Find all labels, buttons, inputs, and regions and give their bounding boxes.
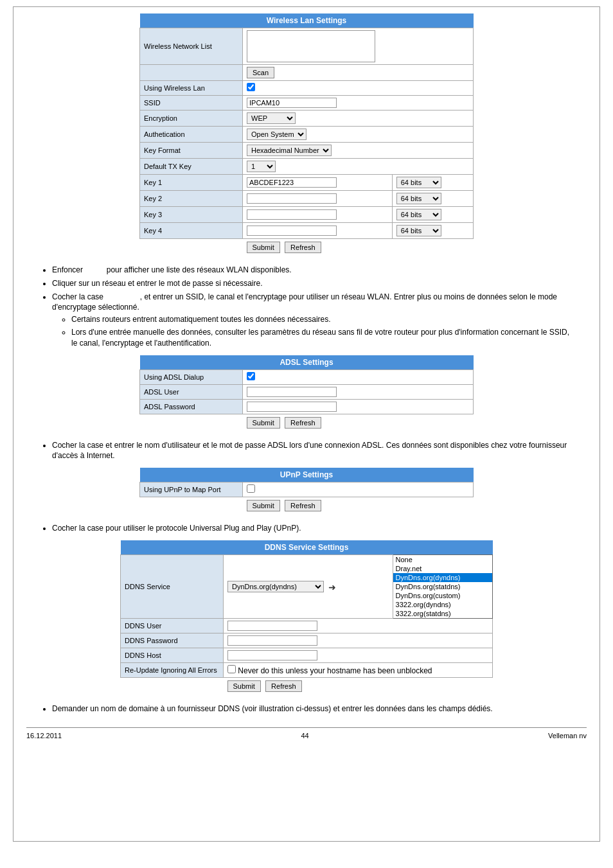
scan-spacer (140, 65, 243, 81)
adsl-button-spacer (140, 414, 243, 431)
wireless-settings-section: Wireless Lan Settings Wireless Network L… (26, 13, 587, 256)
adsl-refresh-button[interactable]: Refresh (285, 417, 321, 429)
adsl-using-value (243, 369, 474, 384)
ddns-user-input[interactable] (227, 621, 317, 631)
adsl-password-value (243, 399, 474, 414)
adsl-user-label: ADSL User (140, 384, 243, 399)
ddns-settings-table: DDNS Service Settings DDNS Service DynDn… (120, 540, 493, 695)
adsl-submit-button[interactable]: Submit (247, 417, 280, 429)
ddns-user-value (224, 618, 493, 633)
adsl-using-checkbox[interactable] (247, 372, 255, 380)
wireless-refresh-button[interactable]: Refresh (285, 242, 321, 253)
default-tx-key-select[interactable]: 1 2 3 4 (247, 161, 276, 172)
adsl-using-label: Using ADSL Dialup (140, 369, 243, 384)
ddns-dropdown-popup: None Dray.net DynDns.org(dyndns) DynDns.… (393, 554, 492, 618)
ddns-refresh-button[interactable]: Refresh (265, 680, 302, 692)
wireless-sub-bullet-2: Lors d'une entrée manuelle des données, … (71, 327, 574, 349)
upnp-using-label: Using UPnP to Map Port (140, 483, 243, 497)
ddns-option-dray[interactable]: Dray.net (393, 564, 492, 573)
adsl-settings-table: ADSL Settings Using ADSL Dialup ADSL Use… (139, 355, 474, 431)
upnp-bullet-section: Cocher la case pour utiliser le protocol… (39, 523, 574, 534)
key1-bits: 64 bits 128 bits (392, 175, 473, 191)
ssid-input[interactable]: IPCAM10 (247, 98, 337, 108)
wireless-title: Wireless Lan Settings (140, 13, 474, 28)
adsl-user-value (243, 384, 474, 399)
ddns-settings-section: DDNS Service Settings DDNS Service DynDn… (26, 540, 587, 695)
wireless-button-spacer (140, 239, 243, 256)
scan-button-cell: Scan (243, 65, 474, 81)
key3-value (243, 207, 393, 223)
adsl-bullet: Cocher la case et entrer le nom d'utilis… (52, 440, 574, 462)
ssid-label: SSID (140, 96, 243, 111)
ddns-service-select[interactable]: DynDns.org(dyndns) None Dray.net DynDns.… (227, 581, 324, 592)
wireless-bullet-1: Enfoncer pour afficher une liste des rés… (52, 265, 574, 276)
using-wireless-label: Using Wireless Lan (140, 81, 243, 96)
key2-input[interactable] (247, 193, 337, 204)
upnp-using-value (243, 483, 474, 497)
adsl-user-input[interactable] (247, 387, 337, 397)
ddns-option-custom[interactable]: DynDns.org(custom) (393, 591, 492, 600)
key4-label: Key 4 (140, 223, 243, 239)
encryption-select[interactable]: WEP None WPA-PSK (247, 112, 296, 124)
footer-left: 16.12.2011 (26, 732, 62, 740)
adsl-bullet-section: Cocher la case et entrer le nom d'utilis… (39, 440, 574, 462)
footer: 16.12.2011 44 Velleman nv (26, 727, 587, 740)
key3-label: Key 3 (140, 207, 243, 223)
key-format-value: Hexadecimal Number ASCII (243, 143, 474, 159)
ddns-host-input[interactable] (227, 650, 317, 660)
key3-input[interactable] (247, 209, 337, 220)
key3-bits: 64 bits 128 bits (392, 207, 473, 223)
wireless-submit-button[interactable]: Submit (247, 242, 280, 253)
upnp-settings-table: UPnP Settings Using UPnP to Map Port Sub… (139, 468, 474, 514)
network-list-box (247, 30, 375, 62)
ssid-value: IPCAM10 (243, 96, 474, 111)
ddns-option-dyndns-selected[interactable]: DynDns.org(dyndns) (393, 573, 492, 582)
footer-center: 44 (301, 732, 308, 740)
ddns-host-label: DDNS Host (121, 648, 224, 662)
upnp-title: UPnP Settings (140, 468, 474, 483)
ddns-bullet: Demander un nom de domaine à un fourniss… (52, 704, 574, 714)
adsl-title: ADSL Settings (140, 355, 474, 370)
key4-input[interactable] (247, 226, 337, 236)
key1-label: Key 1 (140, 175, 243, 191)
key4-value (243, 223, 393, 239)
ddns-button-spacer (121, 677, 224, 695)
ddns-host-value (224, 648, 493, 662)
key3-bits-select[interactable]: 64 bits 128 bits (396, 209, 441, 220)
adsl-password-input[interactable] (247, 402, 337, 412)
upnp-submit-button[interactable]: Submit (247, 500, 280, 511)
key2-bits-select[interactable]: 64 bits 128 bits (396, 193, 441, 204)
key1-bits-select[interactable]: 64 bits 128 bits (396, 177, 441, 188)
key2-value (243, 191, 393, 207)
key4-bits: 64 bits 128 bits (392, 223, 473, 239)
ddns-reupdate-text: Never do this unless your hostname has b… (238, 666, 432, 675)
ddns-bullet-section: Demander un nom de domaine à un fourniss… (39, 704, 574, 714)
ddns-option-statdns[interactable]: DynDns.org(statdns) (393, 582, 492, 591)
upnp-settings-section: UPnP Settings Using UPnP to Map Port Sub… (26, 468, 587, 514)
key-format-select[interactable]: Hexadecimal Number ASCII (247, 145, 332, 156)
ddns-password-input[interactable] (227, 635, 317, 646)
key-format-label: Key Format (140, 143, 243, 159)
authetication-select[interactable]: Open System Shared Key (247, 128, 306, 140)
upnp-refresh-button[interactable]: Refresh (285, 500, 321, 511)
ddns-reupdate-checkbox[interactable] (227, 665, 236, 673)
adsl-buttons: Submit Refresh (243, 414, 474, 431)
key4-bits-select[interactable]: 64 bits 128 bits (396, 225, 441, 236)
page-border: Wireless Lan Settings Wireless Network L… (13, 6, 600, 842)
upnp-using-checkbox[interactable] (247, 484, 255, 493)
key1-input[interactable]: ABCDEF1223 (247, 177, 337, 188)
wireless-bullet-2: Cliquer sur un réseau et entrer le mot d… (52, 278, 574, 289)
ddns-service-value: DynDns.org(dyndns) None Dray.net DynDns.… (224, 554, 393, 618)
adsl-password-label: ADSL Password (140, 399, 243, 414)
encryption-label: Encryption (140, 111, 243, 127)
encryption-value: WEP None WPA-PSK (243, 111, 474, 127)
ddns-buttons: Submit Refresh (224, 677, 493, 695)
wireless-sub-bullet-1: Certains routeurs entrent automatiquemen… (71, 314, 574, 325)
scan-button[interactable]: Scan (247, 67, 274, 78)
ddns-option-3322-stat[interactable]: 3322.org(statdns) (393, 609, 492, 618)
using-wireless-checkbox[interactable] (247, 83, 255, 91)
ddns-option-3322-dyn[interactable]: 3322.org(dyndns) (393, 600, 492, 609)
authetication-value: Open System Shared Key (243, 127, 474, 143)
ddns-option-none[interactable]: None (393, 555, 492, 564)
ddns-submit-button[interactable]: Submit (227, 680, 261, 692)
